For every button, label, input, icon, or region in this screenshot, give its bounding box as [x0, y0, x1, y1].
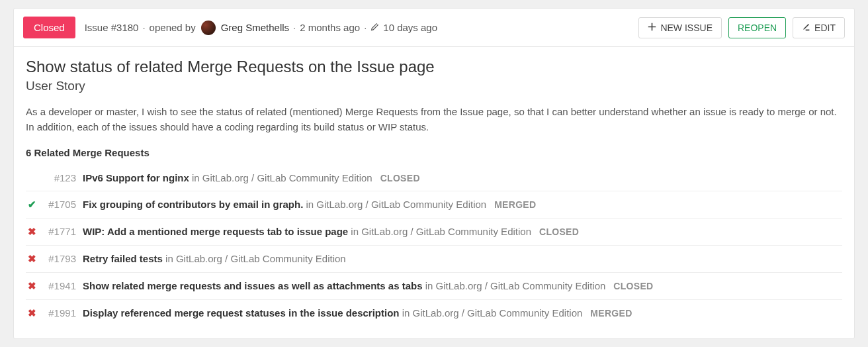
mr-title[interactable]: Show related merge requests and issues a…: [83, 280, 425, 291]
avatar[interactable]: [201, 21, 216, 35]
issue-ref: Issue #3180: [85, 22, 139, 33]
mr-number[interactable]: #1771: [44, 226, 76, 237]
mr-project[interactable]: in GitLab.org / GitLab Community Edition: [165, 253, 346, 264]
new-issue-label: NEW ISSUE: [660, 23, 713, 33]
mr-project[interactable]: in GitLab.org / GitLab Community Edition: [425, 280, 606, 291]
separator-dot: ·: [142, 22, 145, 33]
related-heading: 6 Related Merge Requests: [26, 147, 842, 158]
mr-number[interactable]: #1793: [44, 253, 76, 264]
mr-row[interactable]: ✖#1771WIP: Add a mentioned merge request…: [26, 219, 842, 246]
author-link[interactable]: Greg Smethells: [221, 22, 289, 33]
issue-panel: Closed Issue #3180 · opened by Greg Smet…: [13, 8, 855, 339]
issue-header: Closed Issue #3180 · opened by Greg Smet…: [14, 9, 854, 47]
mr-row[interactable]: ✖#1793Retry failed tests in GitLab.org /…: [26, 246, 842, 273]
issue-subtitle: User Story: [26, 79, 842, 93]
mr-content: Display referenced merge request statuse…: [83, 307, 632, 319]
mr-title[interactable]: Display referenced merge request statuse…: [83, 307, 402, 319]
edit-label: EDIT: [814, 23, 836, 33]
issue-title: Show status of related Merge Requests on…: [26, 58, 842, 76]
mr-status: MERGED: [590, 308, 632, 319]
mr-row[interactable]: ✔#1705Fix grouping of contributors by em…: [26, 191, 842, 219]
issue-body: Show status of related Merge Requests on…: [14, 47, 854, 338]
status-badge: Closed: [23, 17, 75, 38]
x-icon: ✖: [26, 280, 38, 292]
mr-status: CLOSED: [380, 173, 420, 183]
new-issue-button[interactable]: NEW ISSUE: [638, 17, 722, 38]
mr-content: Fix grouping of contributors by email in…: [83, 199, 536, 210]
mr-title[interactable]: WIP: Add a mentioned merge requests tab …: [83, 226, 351, 237]
mr-status: CLOSED: [613, 281, 653, 291]
plus-icon: [648, 23, 656, 33]
mr-number[interactable]: #1705: [44, 199, 76, 210]
mr-project[interactable]: in GitLab.org / GitLab Community Edition: [306, 199, 487, 210]
pencil-icon: [370, 22, 379, 33]
reopen-label: REOPEN: [738, 23, 777, 33]
mr-project[interactable]: in GitLab.org / GitLab Community Edition: [402, 307, 583, 319]
mr-title[interactable]: Retry failed tests: [83, 253, 165, 264]
mr-row[interactable]: ✖#1941Show related merge requests and is…: [26, 273, 842, 300]
mr-project[interactable]: in GitLab.org / GitLab Community Edition: [351, 226, 531, 237]
mr-row[interactable]: #123IPv6 Support for nginx in GitLab.org…: [26, 165, 842, 191]
mr-content: Show related merge requests and issues a…: [83, 280, 654, 291]
check-icon: ✔: [26, 199, 38, 211]
mr-number[interactable]: #1941: [44, 280, 76, 291]
separator-dot: ·: [364, 22, 367, 33]
mr-number[interactable]: #123: [44, 172, 76, 183]
mr-row[interactable]: ✖#1991Display referenced merge request s…: [26, 300, 842, 326]
related-mr-list: #123IPv6 Support for nginx in GitLab.org…: [26, 165, 842, 326]
updated-ago: 10 days ago: [383, 22, 437, 33]
mr-title[interactable]: Fix grouping of contributors by email in…: [83, 199, 306, 210]
created-ago: 2 months ago: [300, 22, 360, 33]
mr-number[interactable]: #1991: [44, 307, 76, 319]
mr-status: CLOSED: [539, 226, 579, 237]
mr-content: Retry failed tests in GitLab.org / GitLa…: [83, 253, 346, 264]
issue-description: As a developer or master, I wish to see …: [26, 104, 842, 135]
edit-icon: [802, 23, 810, 33]
separator-dot: ·: [293, 22, 296, 33]
mr-content: IPv6 Support for nginx in GitLab.org / G…: [83, 172, 420, 183]
x-icon: ✖: [26, 307, 38, 319]
x-icon: ✖: [26, 253, 38, 265]
edit-button[interactable]: EDIT: [793, 17, 845, 38]
opened-by-label: opened by: [150, 22, 196, 33]
mr-project[interactable]: in GitLab.org / GitLab Community Edition: [192, 172, 372, 183]
reopen-button[interactable]: REOPEN: [728, 17, 786, 38]
mr-title[interactable]: IPv6 Support for nginx: [83, 172, 192, 183]
issue-meta: Issue #3180 · opened by Greg Smethells ·…: [85, 21, 639, 35]
mr-status: MERGED: [494, 199, 536, 210]
mr-content: WIP: Add a mentioned merge requests tab …: [83, 226, 579, 237]
action-buttons: NEW ISSUE REOPEN EDIT: [638, 17, 845, 38]
x-icon: ✖: [26, 226, 38, 238]
